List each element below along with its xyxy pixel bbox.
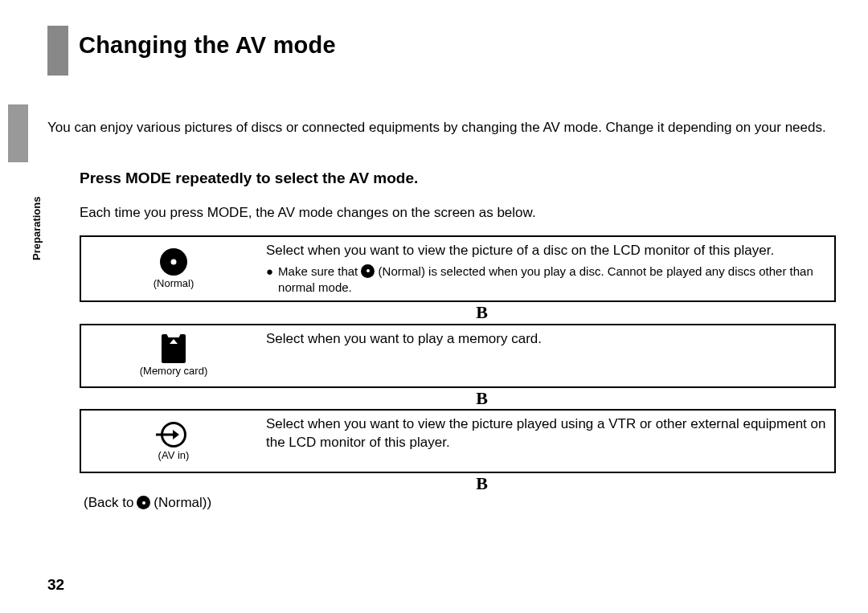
disc-icon-inline (361, 264, 375, 278)
intro-text: You can enjoy various pictures of discs … (47, 118, 836, 138)
mode-caption: (AV in) (158, 449, 190, 461)
sidebar-tab (8, 104, 28, 162)
mode-text: Select when you want to play a memory ca… (266, 330, 826, 349)
disc-icon-inline (137, 496, 150, 509)
bullet-icon: ● (266, 265, 273, 277)
mode-icon-cell: (Normal) (81, 237, 266, 300)
mode-caption: (Normal) (154, 277, 194, 289)
page-title: Changing the AV mode (79, 32, 336, 59)
down-arrow-2: B (80, 388, 836, 409)
note-text: Make sure that (Normal) is selected when… (278, 264, 826, 296)
mode-caption: (Memory card) (140, 365, 208, 377)
mode-icon-cell: (AV in) (81, 411, 266, 472)
back-to-normal: (Back to (Normal)) (80, 495, 836, 511)
memory-card-icon (162, 334, 186, 363)
section-marker (47, 26, 68, 76)
mode-body: Select when you want to view the picture… (266, 237, 834, 300)
sub-heading: Press MODE repeatedly to select the AV m… (80, 170, 836, 187)
mode-row-memory: (Memory card) Select when you want to pl… (80, 324, 836, 388)
mode-row-normal: (Normal) Select when you want to view th… (80, 235, 836, 302)
sidebar-label: Preparations (31, 197, 43, 260)
sub-intro: Each time you press MODE, the AV mode ch… (80, 205, 836, 221)
mode-body: Select when you want to play a memory ca… (266, 325, 834, 386)
mode-body: Select when you want to view the picture… (266, 411, 834, 472)
disc-icon (160, 248, 187, 276)
down-arrow-3: B (80, 473, 836, 494)
mode-note: ● Make sure that (Normal) is selected wh… (266, 264, 826, 296)
down-arrow-1: B (80, 302, 836, 323)
mode-row-avin: (AV in) Select when you want to view the… (80, 409, 836, 473)
mode-icon-cell: (Memory card) (81, 325, 266, 386)
mode-text: Select when you want to view the picture… (266, 415, 826, 452)
mode-text: Select when you want to view the picture… (266, 242, 826, 260)
av-in-icon (161, 422, 186, 447)
page-number: 32 (47, 576, 64, 594)
content-block: Press MODE repeatedly to select the AV m… (80, 170, 836, 511)
